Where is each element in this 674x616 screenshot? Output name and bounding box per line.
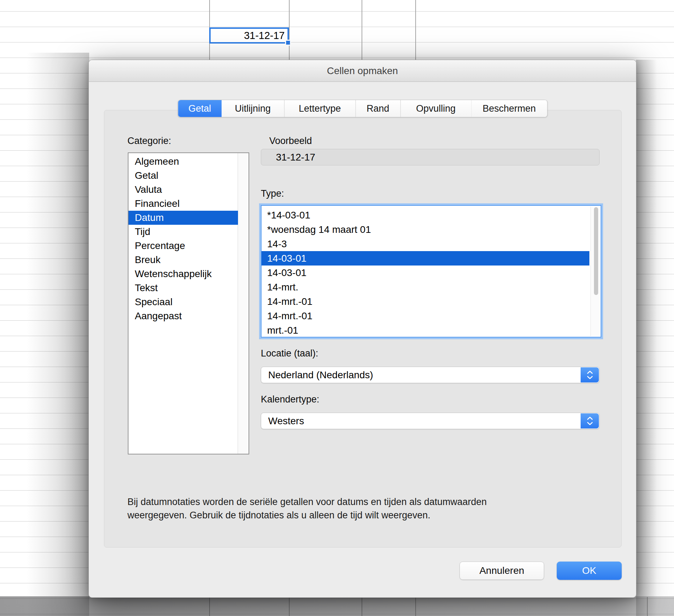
format-cells-dialog: Cellen opmaken Getal Uitlijning Letterty… xyxy=(88,60,636,598)
type-label: Type: xyxy=(261,188,284,199)
cancel-button[interactable]: Annuleren xyxy=(460,562,544,580)
tab-beschermen[interactable]: Beschermen xyxy=(471,100,547,117)
dialog-shadow-overlay xyxy=(0,596,674,616)
chevron-down-icon xyxy=(587,376,593,379)
type-list: *14-03-01 *woensdag 14 maart 01 14-3 14-… xyxy=(261,205,601,338)
tab-lettertype[interactable]: Lettertype xyxy=(284,100,355,117)
preview-label: Voorbeeld xyxy=(269,136,312,146)
category-item[interactable]: Tekst xyxy=(128,281,238,295)
type-item[interactable]: 14-mrt.-01 xyxy=(262,309,589,323)
calendar-type-dropdown[interactable]: Westers xyxy=(261,413,600,429)
category-item[interactable]: Percentage xyxy=(128,239,238,253)
type-scrollbar-thumb[interactable] xyxy=(594,207,598,295)
format-description: Bij datumnotaties worden de seriële geta… xyxy=(127,495,605,522)
type-item-selected[interactable]: 14-03-01 xyxy=(262,251,589,266)
locale-dropdown-value: Nederland (Nederlands) xyxy=(268,369,373,381)
category-item[interactable]: Wetenschappelijk xyxy=(128,267,238,281)
locale-dropdown[interactable]: Nederland (Nederlands) xyxy=(261,367,600,383)
number-tab-panel: Categorie: Algemeen Getal Valuta Financi… xyxy=(104,110,622,548)
dialog-title: Cellen opmaken xyxy=(327,65,398,77)
locale-label: Locatie (taal): xyxy=(261,348,318,359)
type-item[interactable]: 14-03-01 xyxy=(262,266,589,280)
dialog-shadow-overlay xyxy=(636,60,674,616)
dialog-shadow-overlay xyxy=(0,53,89,616)
category-item[interactable]: Breuk xyxy=(128,253,238,267)
category-item[interactable]: Valuta xyxy=(128,183,238,197)
type-item[interactable]: *14-03-01 xyxy=(262,208,589,222)
type-item[interactable]: mrt.-01 xyxy=(262,323,589,338)
preview-value: 31-12-17 xyxy=(276,152,315,163)
category-label: Categorie: xyxy=(127,136,171,146)
dropdown-stepper[interactable] xyxy=(581,367,599,382)
format-description-line: weergegeven. Gebruik de tijdnotaties als… xyxy=(127,509,605,522)
preview-box: 31-12-17 xyxy=(261,149,600,165)
dialog-titlebar[interactable]: Cellen opmaken xyxy=(89,60,636,82)
tab-rand[interactable]: Rand xyxy=(355,100,400,117)
category-item[interactable]: Tijd xyxy=(128,225,238,239)
type-item[interactable]: 14-3 xyxy=(262,237,589,251)
chevron-up-icon xyxy=(587,371,593,374)
category-item[interactable]: Financieel xyxy=(128,197,238,211)
category-item[interactable]: Algemeen xyxy=(128,155,238,169)
calendar-type-dropdown-value: Westers xyxy=(268,415,304,427)
tab-uitlijning[interactable]: Uitlijning xyxy=(222,100,284,117)
chevron-up-icon xyxy=(587,417,593,420)
category-item[interactable]: Aangepast xyxy=(128,309,238,323)
selected-cell[interactable]: 31-12-17 xyxy=(209,27,289,44)
calendar-type-label: Kalendertype: xyxy=(261,394,319,405)
type-item[interactable]: *woensdag 14 maart 01 xyxy=(262,222,589,237)
category-item-selected[interactable]: Datum xyxy=(128,211,238,225)
category-item[interactable]: Speciaal xyxy=(128,295,238,309)
category-list: Algemeen Getal Valuta Financieel Datum T… xyxy=(128,152,249,454)
ok-button[interactable]: OK xyxy=(557,562,622,580)
dropdown-stepper[interactable] xyxy=(581,413,599,428)
tab-bar: Getal Uitlijning Lettertype Rand Opvulli… xyxy=(178,100,547,117)
chevron-down-icon xyxy=(587,422,593,425)
tab-opvulling[interactable]: Opvulling xyxy=(400,100,471,117)
selected-cell-value: 31-12-17 xyxy=(244,30,285,41)
type-item[interactable]: 14-mrt.-01 xyxy=(262,294,589,309)
type-item[interactable]: 14-mrt. xyxy=(262,280,589,294)
spreadsheet-background: 31-12-17 Cellen opmaken Getal Uitlijning… xyxy=(0,0,674,616)
category-item[interactable]: Getal xyxy=(128,169,238,183)
format-description-line: Bij datumnotaties worden de seriële geta… xyxy=(127,495,605,509)
tab-getal[interactable]: Getal xyxy=(178,100,222,117)
selection-fill-handle[interactable] xyxy=(285,40,291,46)
category-scrollbar[interactable] xyxy=(238,153,249,454)
